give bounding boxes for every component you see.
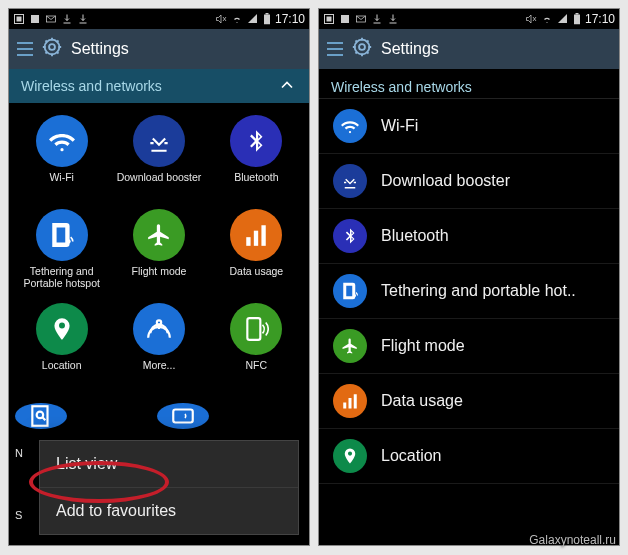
list-label: Flight mode bbox=[381, 337, 465, 355]
airplane-icon bbox=[133, 209, 185, 261]
context-menu: List view Add to favourites bbox=[39, 440, 299, 535]
menu-add-favourites[interactable]: Add to favourites bbox=[40, 488, 298, 534]
grid-label: Location bbox=[42, 359, 82, 383]
list-label: Wi-Fi bbox=[381, 117, 418, 135]
mail-icon bbox=[355, 13, 367, 25]
search-doc-icon bbox=[28, 403, 54, 429]
grid-item-bluetooth[interactable]: Bluetooth bbox=[208, 111, 305, 199]
location-icon bbox=[333, 439, 367, 473]
list-item-location[interactable]: Location bbox=[319, 429, 619, 484]
list-item-bars[interactable]: Data usage bbox=[319, 374, 619, 429]
list-item-bluetooth[interactable]: Bluetooth bbox=[319, 209, 619, 264]
grid-label: More... bbox=[143, 359, 176, 383]
vibrate-icon bbox=[215, 13, 227, 25]
download-icon bbox=[387, 13, 399, 25]
settings-grid: Wi-FiDownload boosterBluetoothTethering … bbox=[9, 103, 309, 395]
clock: 17:10 bbox=[585, 12, 615, 26]
grid-item-nfc[interactable]: NFC bbox=[208, 299, 305, 387]
grid-label: Bluetooth bbox=[234, 171, 278, 195]
settings-list: Wi-FiDownload boosterBluetoothTethering … bbox=[319, 99, 619, 484]
grid-label: Download booster bbox=[117, 171, 202, 195]
battery-icon bbox=[263, 13, 271, 25]
grid-item-bars[interactable]: Data usage bbox=[208, 205, 305, 293]
download-icon bbox=[61, 13, 73, 25]
grid-label: Tethering and Portable hotspot bbox=[15, 265, 108, 289]
grid-label: Wi-Fi bbox=[49, 171, 74, 195]
svg-rect-14 bbox=[264, 15, 270, 25]
grid-label: Flight mode bbox=[132, 265, 187, 289]
grid-label: Data usage bbox=[229, 265, 283, 289]
status-bar: 17:10 bbox=[319, 9, 619, 29]
app-header: Settings bbox=[319, 29, 619, 69]
more-icon bbox=[133, 303, 185, 355]
card-icon bbox=[170, 403, 196, 429]
header-title: Settings bbox=[381, 40, 439, 58]
bluetooth-icon bbox=[333, 219, 367, 253]
svg-rect-22 bbox=[574, 15, 580, 25]
wifi-status-icon bbox=[231, 13, 243, 25]
download-icon bbox=[77, 13, 89, 25]
tethering-icon bbox=[36, 209, 88, 261]
signal-icon bbox=[247, 13, 259, 25]
bars-icon bbox=[230, 209, 282, 261]
header-title: Settings bbox=[71, 40, 129, 58]
grid-item-card[interactable] bbox=[155, 395, 249, 431]
list-item-download[interactable]: Download booster bbox=[319, 154, 619, 209]
list-label: Bluetooth bbox=[381, 227, 449, 245]
list-label: Download booster bbox=[381, 172, 510, 190]
screenshot-icon bbox=[13, 13, 25, 25]
clock: 17:10 bbox=[275, 12, 305, 26]
wifi-icon bbox=[333, 109, 367, 143]
grid-item-download[interactable]: Download booster bbox=[110, 111, 207, 199]
grid-item-search[interactable] bbox=[13, 395, 107, 431]
grid-item-airplane[interactable]: Flight mode bbox=[110, 205, 207, 293]
bluetooth-icon bbox=[230, 115, 282, 167]
svg-rect-15 bbox=[265, 13, 268, 15]
app-icon bbox=[29, 13, 41, 25]
list-item-wifi[interactable]: Wi-Fi bbox=[319, 99, 619, 154]
app-icon bbox=[339, 13, 351, 25]
svg-rect-23 bbox=[575, 13, 578, 15]
download-icon bbox=[333, 164, 367, 198]
location-icon bbox=[36, 303, 88, 355]
list-item-tethering[interactable]: Tethering and portable hot.. bbox=[319, 264, 619, 319]
menu-list-view[interactable]: List view bbox=[40, 441, 298, 488]
status-bar: 17:10 bbox=[9, 9, 309, 29]
edge-label-s: S bbox=[15, 509, 22, 521]
phone-left: 17:10 Settings Wireless and networks Wi-… bbox=[8, 8, 310, 546]
section-wireless[interactable]: Wireless and networks bbox=[9, 69, 309, 103]
drawer-button[interactable] bbox=[17, 42, 33, 56]
svg-rect-20 bbox=[341, 15, 349, 23]
svg-rect-11 bbox=[17, 17, 22, 22]
wifi-status-icon bbox=[541, 13, 553, 25]
download-icon bbox=[133, 115, 185, 167]
list-label: Data usage bbox=[381, 392, 463, 410]
tethering-icon bbox=[333, 274, 367, 308]
nfc-icon bbox=[230, 303, 282, 355]
screenshot-icon bbox=[323, 13, 335, 25]
grid-label: NFC bbox=[246, 359, 268, 383]
svg-rect-16 bbox=[32, 406, 47, 426]
mail-icon bbox=[45, 13, 57, 25]
airplane-icon bbox=[333, 329, 367, 363]
svg-rect-19 bbox=[327, 17, 332, 22]
bars-icon bbox=[333, 384, 367, 418]
download-icon bbox=[371, 13, 383, 25]
grid-item-location[interactable]: Location bbox=[13, 299, 110, 387]
grid-item-tethering[interactable]: Tethering and Portable hotspot bbox=[13, 205, 110, 293]
drawer-button[interactable] bbox=[327, 42, 343, 56]
svg-rect-12 bbox=[31, 15, 39, 23]
phone-right: 17:10 Settings Wireless and networks Wi-… bbox=[318, 8, 620, 546]
watermark: Galaxynoteall.ru bbox=[529, 533, 616, 547]
section-label: Wireless and networks bbox=[21, 78, 162, 94]
section-wireless: Wireless and networks bbox=[319, 69, 619, 99]
grid-item-wifi[interactable]: Wi-Fi bbox=[13, 111, 110, 199]
wifi-icon bbox=[36, 115, 88, 167]
battery-icon bbox=[573, 13, 581, 25]
settings-gear-icon bbox=[351, 36, 373, 62]
grid-item-more[interactable]: More... bbox=[110, 299, 207, 387]
edge-label-n: N bbox=[15, 447, 23, 459]
list-item-airplane[interactable]: Flight mode bbox=[319, 319, 619, 374]
settings-gear-icon bbox=[41, 36, 63, 62]
section-label: Wireless and networks bbox=[331, 79, 472, 95]
